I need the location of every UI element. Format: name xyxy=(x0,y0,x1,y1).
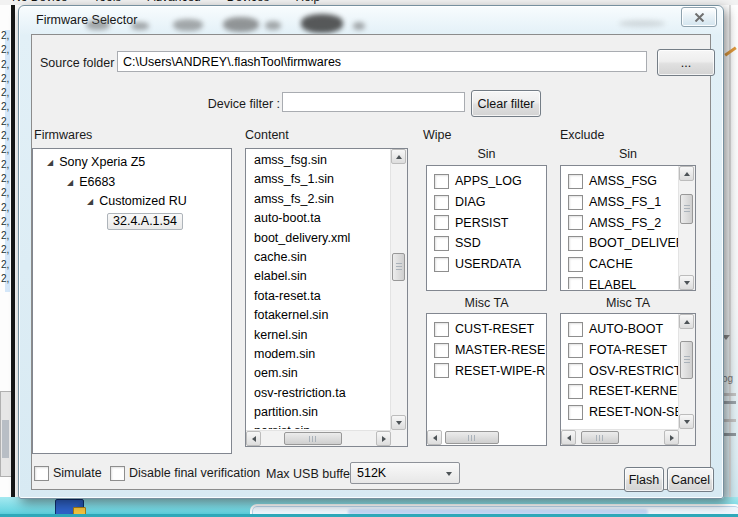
checkbox[interactable] xyxy=(568,363,583,378)
flash-button[interactable]: Flash xyxy=(624,467,664,492)
file-item[interactable]: boot_delivery.xml xyxy=(247,229,390,248)
scroll-left-button[interactable] xyxy=(427,430,442,445)
tree-expanded-icon[interactable]: ◢ xyxy=(47,153,53,173)
checkbox[interactable] xyxy=(568,174,583,189)
checkbox-row[interactable]: PERSIST xyxy=(428,212,545,233)
checkbox-row[interactable]: RESET-NON-SECURE xyxy=(562,402,678,423)
scroll-left-button[interactable] xyxy=(246,431,261,446)
file-item[interactable]: persist.sin xyxy=(247,422,390,429)
checkbox[interactable] xyxy=(434,236,449,251)
content-vertical-scrollbar[interactable] xyxy=(390,149,407,430)
file-item[interactable]: oem.sin xyxy=(247,364,390,383)
scroll-down-button[interactable] xyxy=(679,414,694,429)
cancel-button[interactable]: Cancel xyxy=(667,467,714,492)
file-item[interactable]: cache.sin xyxy=(247,248,390,267)
content-horizontal-scrollbar[interactable] xyxy=(246,430,391,446)
scrollbar-thumb[interactable] xyxy=(680,194,693,224)
checkbox-row[interactable]: SSD xyxy=(428,233,545,254)
tree-node[interactable]: ◢E6683 xyxy=(33,173,231,193)
disable-final-verification-checkbox[interactable] xyxy=(110,466,125,481)
scroll-up-button[interactable] xyxy=(391,149,406,164)
max-usb-buffer-select[interactable]: 512K xyxy=(350,462,460,484)
browse-button[interactable]: ... xyxy=(657,49,715,76)
checkbox-row[interactable]: OSV-RESTRICTION xyxy=(562,360,678,381)
close-button[interactable] xyxy=(681,7,717,27)
checkbox-row[interactable]: FOTA-RESET xyxy=(562,340,678,361)
checkbox-row[interactable]: APPS_LOG xyxy=(428,171,545,192)
checkbox[interactable] xyxy=(568,277,583,289)
exclude-misc-vertical-scrollbar[interactable] xyxy=(678,314,695,429)
checkbox[interactable] xyxy=(434,215,449,230)
tree-node[interactable]: 32.4.A.1.54 xyxy=(33,212,231,232)
source-folder-input[interactable] xyxy=(117,51,647,72)
file-item[interactable]: fota-reset.ta xyxy=(247,287,390,306)
scroll-down-button[interactable] xyxy=(391,415,406,430)
checkbox-row[interactable]: CACHE xyxy=(562,254,678,275)
file-item[interactable]: kernel.sin xyxy=(247,326,390,345)
checkbox[interactable] xyxy=(434,174,449,189)
exclude-sin-vertical-scrollbar[interactable] xyxy=(678,166,695,290)
file-item[interactable]: amss_fs_1.sin xyxy=(247,170,390,189)
menu-item[interactable]: Tools xyxy=(93,0,121,4)
exclude-misc-ta-box[interactable]: AUTO-BOOTFOTA-RESETOSV-RESTRICTIONRESET-… xyxy=(560,313,696,446)
checkbox-row[interactable]: MASTER-RESET xyxy=(428,340,545,361)
checkbox-row[interactable]: CUST-RESET xyxy=(428,319,545,340)
tree-node[interactable]: ◢Customized RU xyxy=(33,192,231,212)
scrollbar-thumb[interactable] xyxy=(581,431,619,444)
wipe-sin-box[interactable]: APPS_LOGDIAGPERSISTSSDUSERDATA xyxy=(426,165,547,291)
file-item[interactable]: elabel.sin xyxy=(247,267,390,286)
checkbox[interactable] xyxy=(568,384,583,399)
scroll-right-button[interactable] xyxy=(376,431,391,446)
scroll-right-button[interactable] xyxy=(426,430,427,445)
menu-item[interactable]: Help xyxy=(295,0,320,4)
exclude-sin-box[interactable]: AMSS_FSGAMSS_FS_1AMSS_FS_2BOOT_DELIVERYC… xyxy=(560,165,696,291)
menu-item[interactable]: Advanced xyxy=(147,0,200,4)
scrollbar-thumb[interactable] xyxy=(680,341,693,379)
file-item[interactable]: osv-restriction.ta xyxy=(247,384,390,403)
checkbox-row[interactable]: AMSS_FSG xyxy=(562,171,678,192)
checkbox[interactable] xyxy=(568,215,583,230)
menu-item[interactable]: Devices xyxy=(227,0,270,4)
checkbox[interactable] xyxy=(434,322,449,337)
checkbox[interactable] xyxy=(568,257,583,272)
scroll-left-button[interactable] xyxy=(561,430,576,445)
menu-item[interactable]: No Device xyxy=(12,0,67,4)
file-item[interactable]: modem.sin xyxy=(247,345,390,364)
checkbox-row[interactable]: RESET-KERNEL-CMD xyxy=(562,381,678,402)
checkbox-row[interactable]: AMSS_FS_2 xyxy=(562,212,678,233)
checkbox-row[interactable]: AUTO-BOOT xyxy=(562,319,678,340)
clear-filter-button[interactable]: Clear filter xyxy=(471,90,541,117)
scrollbar-thumb[interactable] xyxy=(392,253,405,281)
scroll-up-button[interactable] xyxy=(679,166,694,181)
checkbox[interactable] xyxy=(434,343,449,358)
file-item[interactable]: fotakernel.sin xyxy=(247,306,390,325)
checkbox-row[interactable]: BOOT_DELIVERY xyxy=(562,233,678,254)
checkbox-row[interactable]: ELABEL xyxy=(562,274,678,289)
checkbox-row[interactable]: DIAG xyxy=(428,192,545,213)
file-item[interactable]: amss_fs_2.sin xyxy=(247,190,390,209)
wipe-misc-ta-box[interactable]: CUST-RESETMASTER-RESETRESET-WIPE-REASON xyxy=(426,313,547,446)
simulate-checkbox[interactable] xyxy=(34,466,49,481)
checkbox-row[interactable]: USERDATA xyxy=(428,254,545,275)
file-item[interactable]: auto-boot.ta xyxy=(247,209,390,228)
checkbox-row[interactable]: RESET-WIPE-REASON xyxy=(428,360,545,381)
content-list[interactable]: amss_fsg.sinamss_fs_1.sinamss_fs_2.sinau… xyxy=(245,148,408,447)
checkbox[interactable] xyxy=(568,322,583,337)
checkbox[interactable] xyxy=(568,195,583,210)
device-filter-input[interactable] xyxy=(282,92,465,112)
checkbox-row[interactable]: AMSS_FS_1 xyxy=(562,192,678,213)
scrollbar-thumb[interactable] xyxy=(445,431,499,444)
file-item[interactable]: partition.sin xyxy=(247,403,390,422)
scroll-down-button[interactable] xyxy=(679,275,694,290)
scroll-up-button[interactable] xyxy=(679,314,694,329)
scrollbar-thumb[interactable] xyxy=(284,432,342,445)
checkbox[interactable] xyxy=(434,363,449,378)
scroll-right-button[interactable] xyxy=(664,430,679,445)
checkbox[interactable] xyxy=(434,257,449,272)
tree-expanded-icon[interactable]: ◢ xyxy=(67,173,73,193)
tree-node[interactable]: ◢Sony Xperia Z5 xyxy=(33,153,231,173)
exclude-misc-horizontal-scrollbar[interactable] xyxy=(561,429,679,445)
checkbox[interactable] xyxy=(434,195,449,210)
checkbox[interactable] xyxy=(568,343,583,358)
checkbox[interactable] xyxy=(568,405,583,420)
